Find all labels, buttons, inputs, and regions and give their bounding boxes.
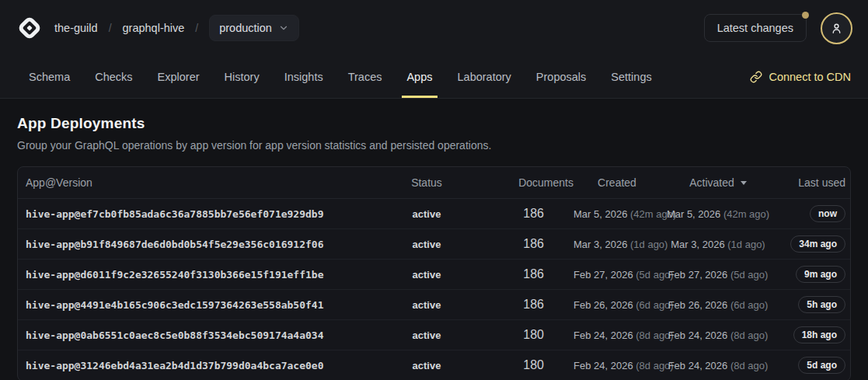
table-header-row: App@Version Status Documents Created Act…: [18, 167, 850, 199]
created-date: Mar 5, 2026: [573, 208, 627, 220]
cell-documents: 186: [464, 267, 573, 281]
column-header-activated-label: Activated: [689, 176, 734, 189]
cell-last-used: 34m ago: [776, 235, 845, 253]
last-used-badge: 5h ago: [798, 296, 845, 313]
cell-app-version: hive-app@0ab6551c0aec8c5e0b88f3534ebc509…: [24, 329, 389, 341]
cell-status: active: [389, 329, 464, 341]
cell-app-version: hive-app@4491e4b165c906c3edc1597364263e5…: [24, 299, 389, 311]
cell-status: active: [389, 208, 464, 220]
cell-created: Mar 5, 2026 (42m ago): [573, 208, 661, 220]
activated-ago: (8d ago): [730, 360, 768, 371]
hive-logo-icon[interactable]: [16, 14, 44, 42]
tab-checks[interactable]: Checks: [90, 56, 137, 98]
cell-status: active: [389, 239, 464, 250]
cell-last-used: now: [776, 205, 845, 222]
tab-traces[interactable]: Traces: [343, 56, 387, 98]
activated-date: Mar 5, 2026: [667, 208, 720, 220]
cell-created: Mar 3, 2026 (1d ago): [573, 239, 661, 250]
latest-changes-button[interactable]: Latest changes: [704, 14, 807, 42]
target-selector[interactable]: production: [209, 15, 299, 41]
cell-created: Feb 26, 2026 (6d ago): [573, 299, 661, 311]
last-used-badge: 34m ago: [790, 235, 845, 253]
page-title: App Deployments: [17, 115, 851, 132]
cell-documents: 180: [464, 328, 573, 342]
user-avatar[interactable]: [821, 12, 852, 44]
topbar-right: Latest changes: [704, 12, 852, 44]
table-row[interactable]: hive-app@0ab6551c0aec8c5e0b88f3534ebc509…: [18, 320, 850, 350]
activated-ago: (42m ago): [723, 208, 769, 220]
table-row[interactable]: hive-app@4491e4b165c906c3edc1597364263e5…: [18, 290, 850, 320]
tab-apps[interactable]: Apps: [402, 56, 437, 98]
cell-last-used: 9m ago: [776, 266, 845, 283]
tab-list: SchemaChecksExplorerHistoryInsightsTrace…: [24, 56, 657, 98]
activated-date: Feb 27, 2026: [668, 269, 728, 281]
notification-dot: [802, 12, 809, 19]
tab-settings[interactable]: Settings: [606, 56, 656, 98]
last-used-badge: now: [810, 205, 845, 222]
target-nav: SchemaChecksExplorerHistoryInsightsTrace…: [0, 56, 868, 99]
cell-activated: Mar 3, 2026 (1d ago): [661, 239, 776, 250]
column-header-created[interactable]: Created: [573, 176, 661, 189]
last-used-badge: 5d ago: [798, 357, 845, 374]
connect-to-cdn-label: Connect to CDN: [769, 71, 851, 83]
connect-to-cdn-button[interactable]: Connect to CDN: [750, 56, 851, 98]
tab-explorer[interactable]: Explorer: [153, 56, 204, 98]
tab-proposals[interactable]: Proposals: [532, 56, 591, 98]
activated-date: Mar 3, 2026: [671, 239, 724, 250]
cell-documents: 186: [464, 207, 573, 221]
breadcrumb: the-guild / graphql-hive / production: [54, 15, 299, 41]
cell-last-used: 5d ago: [776, 357, 845, 374]
cell-documents: 180: [464, 358, 573, 372]
column-header-last-used[interactable]: Last used: [776, 176, 845, 189]
tab-schema[interactable]: Schema: [24, 56, 75, 98]
cell-last-used: 5h ago: [776, 296, 845, 313]
created-date: Feb 24, 2026: [573, 329, 633, 341]
main-content: App Deployments Group your GraphQL opera…: [0, 99, 868, 380]
activated-ago: (6d ago): [730, 299, 768, 311]
cell-app-version: hive-app@d6011f9c2e32655240f3130b366e15f…: [24, 269, 389, 281]
chevron-down-icon: [278, 23, 289, 33]
cell-app-version: hive-app@ef7cb0fb85ada6c36a7885bb7e56ef0…: [24, 208, 389, 220]
sort-desc-icon: [741, 181, 747, 185]
activated-date: Feb 24, 2026: [668, 329, 728, 341]
column-header-status[interactable]: Status: [389, 176, 464, 189]
breadcrumb-project[interactable]: graphql-hive: [123, 22, 185, 34]
column-header-documents[interactable]: Documents: [464, 176, 573, 189]
table-row[interactable]: hive-app@b91f849687de6d0bd0b54f5e29e356c…: [18, 229, 850, 260]
table-row[interactable]: hive-app@31246ebd4a31ea2b4d1d37b799d0a4b…: [18, 350, 850, 380]
table-row[interactable]: hive-app@d6011f9c2e32655240f3130b366e15f…: [18, 260, 850, 290]
tab-history[interactable]: History: [220, 56, 264, 98]
cell-activated: Feb 26, 2026 (6d ago): [661, 299, 776, 311]
cell-created: Feb 24, 2026 (8d ago): [573, 360, 661, 371]
top-bar: the-guild / graphql-hive / production La…: [0, 0, 868, 56]
person-icon: [830, 22, 843, 35]
cell-status: active: [389, 299, 464, 311]
target-selector-label: production: [219, 22, 272, 34]
app-deployments-table: App@Version Status Documents Created Act…: [17, 166, 851, 380]
page-subtitle: Group your GraphQL operations by app ver…: [17, 139, 851, 152]
created-date: Feb 26, 2026: [573, 299, 633, 311]
breadcrumb-org[interactable]: the-guild: [54, 22, 98, 34]
tab-laboratory[interactable]: Laboratory: [453, 56, 516, 98]
activated-date: Feb 24, 2026: [668, 360, 728, 371]
table-row[interactable]: hive-app@ef7cb0fb85ada6c36a7885bb7e56ef0…: [18, 199, 850, 229]
activated-ago: (1d ago): [727, 239, 765, 250]
activated-ago: (8d ago): [730, 329, 768, 341]
table-body: hive-app@ef7cb0fb85ada6c36a7885bb7e56ef0…: [18, 199, 850, 380]
cell-status: active: [389, 269, 464, 281]
cell-app-version: hive-app@b91f849687de6d0bd0b54f5e29e356c…: [24, 239, 389, 250]
activated-date: Feb 26, 2026: [668, 299, 728, 311]
created-date: Mar 3, 2026: [573, 239, 627, 250]
cell-documents: 186: [464, 237, 573, 251]
cell-created: Feb 24, 2026 (8d ago): [573, 329, 661, 341]
link-icon: [750, 71, 762, 83]
column-header-activated[interactable]: Activated: [661, 176, 776, 189]
created-date: Feb 27, 2026: [573, 269, 633, 281]
cell-activated: Feb 24, 2026 (8d ago): [661, 329, 776, 341]
cell-status: active: [389, 360, 464, 371]
column-header-app-version[interactable]: App@Version: [24, 176, 389, 189]
cell-activated: Mar 5, 2026 (42m ago): [661, 208, 776, 220]
last-used-badge: 18h ago: [793, 326, 845, 343]
tab-insights[interactable]: Insights: [280, 56, 328, 98]
breadcrumb-separator: /: [195, 22, 198, 34]
